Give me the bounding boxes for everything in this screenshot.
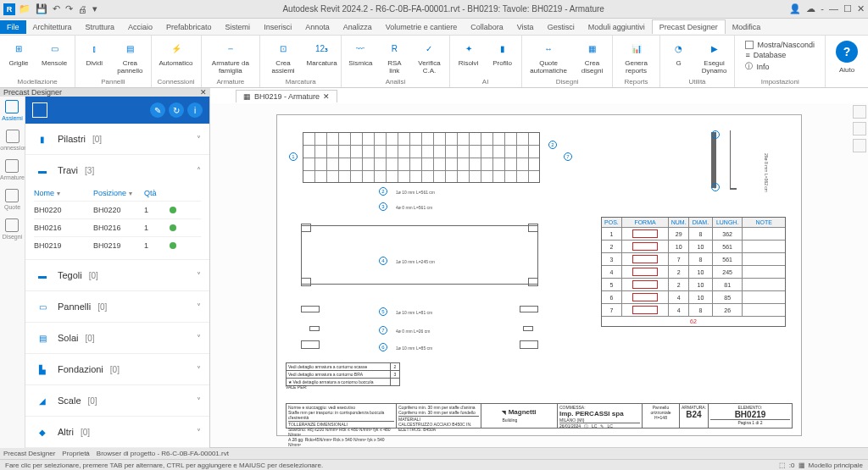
nav-home-button[interactable]	[853, 105, 866, 119]
ribbon-griglie-button[interactable]: ⊞Griglie	[3, 37, 34, 69]
tab-modifica[interactable]: Modifica	[726, 20, 768, 34]
rail-disegni[interactable]: Disegni	[3, 218, 22, 240]
status-icon[interactable]: ⬚	[779, 462, 786, 469]
user-icon[interactable]: 👤	[789, 3, 801, 14]
td-num: 2	[669, 266, 689, 278]
toggle-show-hide[interactable]	[745, 41, 754, 49]
tab-collabora[interactable]: Collabora	[464, 20, 510, 34]
hyphen-icon[interactable]: -	[821, 3, 824, 14]
tab-prefabbricato[interactable]: Prefabbricato	[159, 20, 219, 34]
ribbon-armature-da-famiglia-button[interactable]: ⎓Armature da famiglia	[205, 37, 257, 76]
rail-connessioni[interactable]: Connessioni	[0, 130, 29, 151]
ribbon-genera-reports-button[interactable]: 📊Genera reports	[616, 37, 655, 76]
footer-tab-precast[interactable]: Precast Designer	[3, 450, 55, 457]
help-button[interactable]: ?	[836, 41, 858, 63]
drawing-viewport[interactable]: 1 2 7 1ø 10 mm L=561 cm 2 4ø 0 mm L=561 …	[210, 103, 868, 447]
rail-quote[interactable]: Quote	[4, 189, 20, 210]
tab-analizza[interactable]: Analizza	[337, 20, 379, 34]
ribbon-rsa-link-button[interactable]: RRSA link	[379, 37, 409, 76]
tab-annota[interactable]: Annota	[298, 20, 337, 34]
tb-page: Pagina 1 di 2	[710, 419, 790, 425]
category-altri[interactable]: ◆Altri[0]˅	[25, 417, 209, 447]
ribbon-crea-disegni-button[interactable]: ▦Crea disegni	[576, 37, 609, 76]
edit-button[interactable]: ✎	[150, 102, 165, 118]
ribbon-label: Esegui Dynamo	[702, 59, 727, 75]
qat-open-icon[interactable]: 📁	[19, 3, 31, 14]
cloud-icon[interactable]: ☁	[806, 3, 815, 14]
minimize-button[interactable]: —	[829, 3, 838, 14]
bubble-5: 5	[379, 307, 387, 316]
tb-pan3: H=148	[644, 415, 677, 420]
ribbon-icon: ⊞	[9, 39, 28, 58]
ribbon-verifica-c-a--button[interactable]: ✓Verifica C.A.	[413, 37, 445, 76]
close-button[interactable]: ✕	[857, 3, 865, 14]
rebar-row-6: 641085	[602, 291, 785, 304]
category-fondazioni[interactable]: ▙Fondazioni[0]˅	[25, 354, 209, 384]
qat-print-icon[interactable]: 🖨	[78, 4, 87, 14]
tab-moduli[interactable]: Moduli aggiuntivi	[581, 20, 652, 34]
category-solai[interactable]: ▤Solai[0]˅	[25, 323, 209, 353]
td-num: 7	[669, 253, 689, 265]
category-pilastri[interactable]: ▮Pilastri[0]˅	[25, 124, 209, 154]
ribbon-quote-automatiche-button[interactable]: ↔Quote automatiche	[526, 37, 572, 76]
ribbon-crea-assiemi-button[interactable]: ⊡Crea assiemi	[264, 37, 303, 76]
bubble-2: 2	[548, 141, 557, 149]
tab-gestisci[interactable]: Gestisci	[541, 20, 581, 34]
th-forma: FORMA	[622, 218, 669, 227]
database-icon[interactable]: ≡	[745, 51, 749, 59]
tab-precast-designer[interactable]: Precast Designer	[652, 19, 726, 34]
category-scale[interactable]: ◢Scale[0]˅	[25, 385, 209, 416]
ribbon-automatico-button[interactable]: ⚡Automatico	[155, 37, 198, 69]
qat-redo-icon[interactable]: ↷	[65, 3, 73, 14]
ribbon-sismica-button[interactable]: 〰Sismica	[345, 37, 376, 69]
panel-close-button[interactable]: ✕	[200, 88, 207, 97]
view-tab-active[interactable]: ▦ BH0219 - Armature ✕	[236, 90, 337, 102]
maximize-button[interactable]: ☐	[843, 3, 852, 14]
tab-architettura[interactable]: Architettura	[26, 20, 79, 34]
tab-volumetrie[interactable]: Volumetrie e cantiere	[379, 20, 465, 34]
info-icon[interactable]: ⓘ	[745, 61, 753, 72]
rail-assiemi[interactable]: Assiemi	[2, 100, 23, 121]
footer-tab-proprieta[interactable]: Proprietà	[62, 450, 89, 457]
category-pannelli[interactable]: ▭Pannelli[0]˅	[25, 291, 209, 322]
category-travi[interactable]: ▬Travi[3]˄	[25, 155, 209, 185]
beam-row-BH0219[interactable]: BH0219BH02191	[34, 236, 201, 254]
ribbon-g-button[interactable]: ◔G	[664, 37, 694, 69]
nav-wheel-button[interactable]	[853, 139, 866, 152]
category-tegoli[interactable]: ▬Tegoli[0]˅	[25, 260, 209, 290]
category-count: [0]	[89, 271, 98, 280]
beam-row-BH0216[interactable]: BH0216BH02161	[34, 218, 201, 236]
ribbon-icon: ⊡	[274, 39, 292, 58]
qat-undo-icon[interactable]: ↶	[53, 3, 60, 14]
status-model-icon[interactable]: ▦	[798, 462, 805, 469]
td-lung: 561	[713, 241, 743, 252]
ribbon-crea-pannello-button[interactable]: ▤Crea pannello	[113, 37, 147, 76]
footer-tab-browser[interactable]: Browser di progetto - R6-C-0B-FA-00001.r…	[97, 450, 229, 457]
tab-inserisci[interactable]: Inserisci	[257, 20, 298, 34]
category-label: Pannelli	[58, 301, 91, 312]
ribbon-label: Automatico	[159, 59, 193, 67]
group-label: Connessioni	[155, 77, 198, 86]
tab-vista[interactable]: Vista	[510, 20, 541, 34]
tab-sistemi[interactable]: Sistemi	[219, 20, 258, 34]
ribbon-profilo-button[interactable]: ▮Profilo	[487, 37, 518, 69]
refresh-button[interactable]: ↻	[169, 102, 184, 118]
nav-cube-button[interactable]	[853, 122, 866, 135]
category-count: [3]	[85, 166, 94, 175]
tab-struttura[interactable]: Struttura	[79, 20, 122, 34]
td-note	[743, 241, 785, 252]
rail-icon	[5, 159, 19, 173]
ribbon-esegui-dynamo-button[interactable]: ▶Esegui Dynamo	[698, 37, 732, 76]
ribbon-mensole-button[interactable]: ▭Mensole	[37, 37, 71, 69]
view-tab-close[interactable]: ✕	[323, 92, 330, 101]
beam-row-BH0220[interactable]: BH0220BH02201	[34, 201, 201, 218]
ribbon-marcatura-button[interactable]: 12₃Marcatura	[306, 37, 338, 69]
rail-armature[interactable]: Armature	[0, 159, 25, 180]
tab-acciaio[interactable]: Acciaio	[121, 20, 159, 34]
qat-save-icon[interactable]: 💾	[36, 3, 47, 14]
ribbon-label: RSA link	[383, 59, 405, 75]
info-button[interactable]: i	[187, 102, 203, 118]
ribbon-dividi-button[interactable]: ⫿Dividi	[79, 37, 109, 69]
tab-file[interactable]: File	[0, 20, 26, 34]
ribbon-risolvi-button[interactable]: ✦Risolvi	[453, 37, 484, 69]
